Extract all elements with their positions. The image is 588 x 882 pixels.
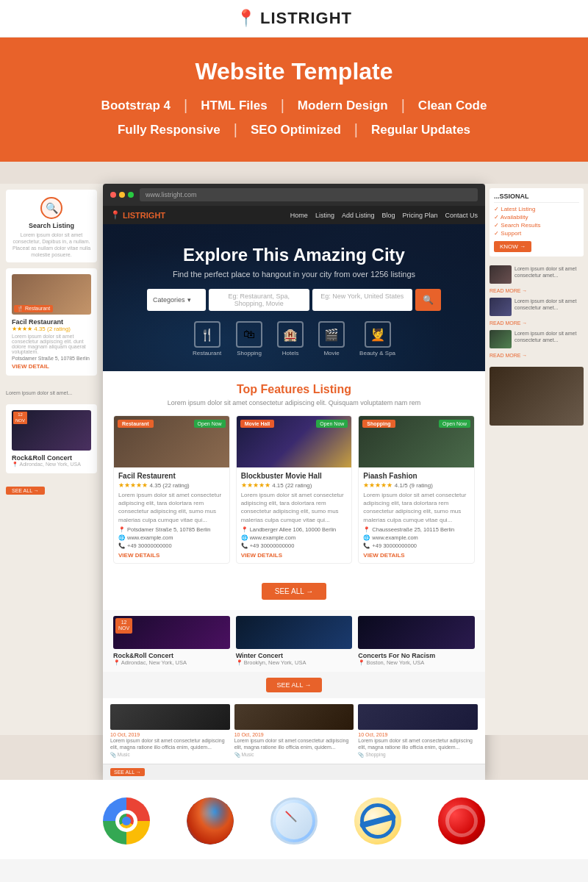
- dot-green: [128, 192, 134, 198]
- listing-phone-shopping: 📞+49 30000000000: [363, 542, 470, 549]
- listing-rating-restaurant: 4.35 (22 rating): [150, 482, 190, 489]
- side-search-icon-circle: 🔍: [40, 197, 62, 219]
- side-pro-item-1: ✓ Latest Listing: [494, 206, 579, 212]
- hero-section: Explore This Amazing City Find the perfe…: [103, 224, 485, 371]
- listing-card-body-restaurant: Facil Restaurent ★★★★★ 4.35 (22 rating) …: [114, 467, 229, 563]
- feature-row-2: Fully Responsive | SEO Optimized | Regul…: [29, 121, 559, 138]
- side-restaurant-card: 🍴 Restaurant Facil Restaurant ★★★★ 4.35 …: [6, 268, 97, 376]
- restaurant-icon: 🍴: [194, 321, 220, 348]
- view-details-restaurant[interactable]: VIEW DETAILS: [118, 552, 225, 559]
- shopping-label: Shopping: [237, 350, 262, 356]
- concert-title-2: Winter Concert: [236, 652, 353, 659]
- browser-url-bar[interactable]: www.listright.com: [140, 188, 478, 201]
- side-search-desc: Lorem ipsum dolor sit amet consectetur, …: [10, 232, 93, 258]
- blog-text-1: Lorem ipsum dolor sit amet consectetur a…: [110, 737, 230, 750]
- side-read-more-2[interactable]: READ MORE →: [490, 320, 584, 326]
- nav-pricing[interactable]: Pricing Plan: [402, 212, 437, 219]
- shopping-icon: 🛍: [236, 321, 262, 348]
- listing-address-restaurant: 📍Potsdamer Straße 5, 10785 Berlin: [118, 526, 225, 533]
- address-icon-s: 📍: [363, 526, 370, 533]
- side-search-card: 🔍 Search Listing Lorem ipsum dolor sit a…: [6, 190, 97, 262]
- website-icon-s: 🌐: [363, 534, 370, 541]
- hero-icon-spa[interactable]: 💆 Beauty & Spa: [359, 321, 395, 356]
- nav-home[interactable]: Home: [290, 212, 308, 219]
- chrome-inner-circle: [115, 810, 137, 832]
- nav-listing[interactable]: Listing: [315, 212, 334, 219]
- browser-nav: 📍 LISTRIGHT Home Listing Add Listing Blo…: [103, 206, 485, 224]
- hero-icon-hotels[interactable]: 🏨 Hotels: [277, 321, 304, 356]
- search-place-placeholder: Eg: Restaurant, Spa, Shopping, Movie: [228, 293, 290, 307]
- listing-card-body-movie: Blockbuster Movie Hall ★★★★★ 4.15 (22 ra…: [237, 467, 352, 563]
- blog-text-3: Lorem ipsum dolor sit amet consectetur a…: [358, 737, 478, 750]
- listing-title-restaurant: Facil Restaurent: [118, 472, 225, 480]
- hero-icon-shopping[interactable]: 🛍 Shopping: [236, 321, 262, 356]
- concert-location-3: 📍 Boston, New York, USA: [358, 659, 475, 666]
- view-details-shopping[interactable]: VIEW DETAILS: [363, 552, 470, 559]
- listing-title-movie: Blockbuster Movie Hall: [241, 472, 348, 480]
- opera-browser-icon: [438, 797, 485, 845]
- browser-url-text: www.listright.com: [146, 191, 197, 198]
- logo-pin-icon: 📍: [236, 9, 256, 28]
- side-know-btn[interactable]: KNOW →: [494, 241, 531, 252]
- side-panel-right: ...SSIONAL ✓ Latest Listing ✓ Availabili…: [485, 184, 588, 735]
- side-see-all: SEE ALL →: [0, 479, 103, 498]
- side-restaurant-stars: ★★★★ 4.35 (2 rating): [12, 326, 91, 332]
- concert-location-2: 📍 Brooklyn, New York, USA: [236, 659, 353, 666]
- see-all-container: SEE ALL →: [103, 576, 485, 610]
- listing-card-img-shopping: Shopping Open Now: [359, 416, 474, 467]
- nav-logo: 📍 LISTRIGHT: [110, 210, 165, 220]
- side-see-all-btn[interactable]: SEE ALL →: [6, 487, 45, 495]
- nav-blog[interactable]: Blog: [381, 212, 395, 219]
- listing-rating-movie: 4.15 (22 rating): [272, 482, 312, 489]
- bottom-tag-all: SEE ALL →: [110, 768, 145, 776]
- address-icon: 📍: [118, 526, 125, 533]
- blog-tags-2: 📎 Music: [234, 752, 354, 758]
- hero-category-icons: 🍴 Restaurant 🛍 Shopping 🏨 Hotels 🎬 Movie: [118, 321, 470, 356]
- concert-title-1: Rock&Roll Concert: [113, 652, 230, 659]
- side-restaurant-desc: Lorem ipsum dolor sit amet consectetur a…: [12, 334, 91, 354]
- concert-date-1: 12NOV: [115, 618, 132, 634]
- ie-browser-icon: [354, 797, 401, 845]
- blog-tags-3: 📎 Shopping: [358, 752, 478, 758]
- search-category-dropdown[interactable]: Categories ▾: [147, 289, 206, 311]
- header: 📍 LISTRIGHT: [0, 0, 588, 37]
- view-details-movie[interactable]: VIEW DETAILS: [241, 552, 348, 559]
- blog-item-2: 10 Oct, 2019 Lorem ipsum dolor sit amet …: [234, 704, 354, 758]
- hero-icon-movie[interactable]: 🎬 Movie: [318, 321, 345, 356]
- blog-item-3: 10 Oct, 2019 Lorem ipsum dolor sit amet …: [358, 704, 478, 758]
- blog-text-2: Lorem ipsum dolor sit amet consectetur a…: [234, 737, 354, 750]
- listing-open-movie: Open Now: [316, 420, 348, 428]
- feature-modern: Modern Design: [284, 98, 401, 113]
- nav-add-listing[interactable]: Add Listing: [342, 212, 375, 219]
- hero-icon-restaurant[interactable]: 🍴 Restaurant: [193, 321, 221, 356]
- feature-updates: Regular Updates: [358, 123, 484, 137]
- category-text: Categories: [153, 296, 185, 304]
- side-view-detail[interactable]: VIEW DETAIL: [12, 363, 91, 370]
- listing-card-body-shopping: Piaash Fashion ★★★★★ 4.1/5 (9 rating) Lo…: [359, 467, 474, 563]
- see-all-button[interactable]: SEE ALL →: [262, 583, 326, 600]
- side-pro-item-2: ✓ Availability: [494, 214, 579, 220]
- concert-card-2: Winter Concert 📍 Brooklyn, New York, USA: [236, 616, 353, 666]
- side-concert-location: 📍 Adirondac, New York, USA: [12, 462, 91, 467]
- banner-features: Bootstrap 4 | HTML Files | Modern Design…: [29, 97, 559, 138]
- search-submit-button[interactable]: 🔍: [415, 289, 441, 311]
- blog-img-3: [358, 704, 478, 730]
- phone-icon: 📞: [118, 542, 125, 549]
- side-spacer: [0, 381, 103, 387]
- search-location-input[interactable]: Eg: New York, United States: [312, 289, 413, 311]
- side-read-more-3[interactable]: READ MORE →: [490, 353, 584, 358]
- nav-contact[interactable]: Contact Us: [445, 212, 478, 219]
- side-read-more-1[interactable]: READ MORE →: [490, 288, 584, 293]
- movie-label: Movie: [323, 350, 339, 356]
- side-restaurant-address: Potsdamer Straße 5, 10785 Berlin: [12, 356, 91, 361]
- side-blog-item-1: Lorem ipsum dolor sit amet consectetur a…: [490, 265, 584, 284]
- firefox-flame: [187, 797, 234, 845]
- nav-logo-text: LISTRIGHT: [123, 211, 165, 220]
- side-blog-img-1: [490, 265, 512, 284]
- listing-stars-movie: ★★★★★ 4.15 (22 rating): [241, 481, 348, 489]
- safari-browser-icon: [270, 797, 318, 845]
- search-place-input[interactable]: Eg: Restaurant, Spa, Shopping, Movie: [209, 289, 309, 311]
- side-restaurant-title: Facil Restaurant: [12, 318, 91, 326]
- see-all-concerts-button[interactable]: SEE ALL →: [266, 678, 321, 692]
- chevron-down-icon: ▾: [187, 296, 191, 304]
